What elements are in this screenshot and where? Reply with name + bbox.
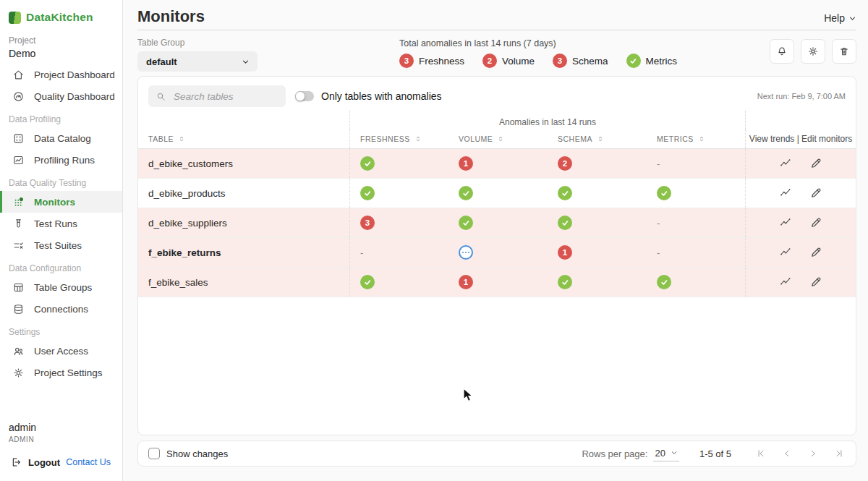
check-ok-badge (558, 186, 572, 200)
edit-monitors-icon[interactable] (809, 187, 822, 200)
view-trends-icon[interactable] (779, 216, 792, 229)
sidebar-item-test-runs[interactable]: Test Runs (0, 213, 122, 234)
sidebar-item-project-settings[interactable]: Project Settings (0, 362, 122, 383)
sidebar-item-project-dashboard[interactable]: Project Dashboard (0, 64, 122, 85)
sidebar-item-profiling-runs[interactable]: Profiling Runs (0, 149, 122, 171)
sort-icon[interactable] (698, 135, 705, 142)
sidebar-item-user-access[interactable]: User Access (0, 340, 122, 362)
edit-monitors-icon[interactable] (809, 157, 822, 170)
cell-schema: 1 (548, 238, 647, 267)
check-ok-badge (626, 54, 641, 68)
sidebar-section-header: Data Configuration (0, 256, 122, 276)
notifications-button[interactable] (770, 39, 794, 64)
sort-icon[interactable] (497, 135, 504, 142)
contact-us-link[interactable]: Contact Us (66, 457, 111, 467)
group-header-row: Anomalies in last 14 runs (138, 111, 856, 129)
view-trends-icon[interactable] (779, 276, 792, 289)
table-row[interactable]: d_ebike_suppliers3- (138, 208, 856, 238)
prev-page-button[interactable] (782, 448, 792, 459)
anomalies-toggle-wrap: Only tables with anomalies (295, 90, 442, 102)
sidebar-item-quality-dashboard[interactable]: Quality Dashboard (0, 85, 122, 107)
trash-icon (838, 46, 850, 57)
column-header-volume[interactable]: VOLUME (448, 129, 548, 148)
monitor-settings-button[interactable] (801, 39, 825, 64)
brand-logo[interactable]: DataKitchen (0, 0, 122, 30)
toggle-label: Only tables with anomalies (321, 90, 442, 102)
column-label: SCHEMA (558, 135, 592, 143)
sort-icon[interactable] (597, 135, 604, 142)
cell-freshness: - (349, 238, 448, 267)
help-label: Help (824, 12, 845, 24)
table-name: d_ebike_suppliers (138, 218, 349, 229)
pending-ellipsis-badge (459, 245, 473, 260)
column-header-metrics[interactable]: METRICS (647, 129, 745, 148)
sidebar: DataKitchen Project Demo Project Dashboa… (0, 0, 123, 481)
cell-metrics (647, 268, 745, 297)
anomalies-only-toggle[interactable] (295, 91, 314, 101)
brand-name: DataKitchen (26, 11, 93, 24)
cell-metrics (647, 179, 745, 208)
sidebar-item-connections[interactable]: Connections (0, 298, 122, 320)
table-group-select[interactable]: default (137, 51, 258, 72)
first-page-button[interactable] (756, 448, 766, 459)
check-ok-badge (657, 186, 671, 200)
summary-badge-volume: 2Volume (482, 54, 535, 68)
cell-schema (548, 179, 647, 208)
column-header-schema[interactable]: SCHEMA (548, 129, 647, 148)
sidebar-item-table-groups[interactable]: Table Groups (0, 276, 122, 298)
view-trends-icon[interactable] (779, 157, 792, 170)
sidebar-section-header: Data Quality Testing (0, 171, 122, 191)
edit-monitors-icon[interactable] (809, 216, 822, 229)
search-input[interactable] (172, 90, 273, 103)
toggle-knob (295, 91, 305, 101)
summary-badge-label: Freshness (419, 56, 464, 67)
cell-volume: 1 (448, 149, 548, 178)
rows-per-page-select[interactable]: 20 (653, 446, 678, 461)
table-row[interactable]: f_ebike_returns-1- (138, 238, 856, 268)
summary-badge-schema: 3Schema (553, 54, 608, 68)
cell-metrics: - (647, 149, 745, 178)
tablegroups-icon (12, 281, 25, 294)
logout-icon (10, 456, 22, 468)
table-name: d_ebike_customers (138, 158, 349, 169)
edit-monitors-icon[interactable] (809, 276, 822, 289)
check-ok-badge (459, 186, 473, 200)
sort-icon[interactable] (178, 135, 185, 142)
pager (756, 448, 844, 459)
card-toolbar: Only tables with anomalies Next run: Feb… (138, 77, 856, 111)
table-row[interactable]: d_ebike_products (138, 179, 856, 208)
search-box[interactable] (148, 85, 286, 107)
show-changes-label: Show changes (166, 448, 228, 459)
table-group-value: default (146, 56, 177, 67)
table-row[interactable]: d_ebike_customers12- (138, 149, 856, 179)
help-menu[interactable]: Help (824, 12, 856, 26)
next-page-button[interactable] (808, 448, 818, 459)
delete-button[interactable] (832, 39, 856, 64)
home-icon (12, 69, 25, 81)
logout-button[interactable]: Logout (10, 456, 60, 468)
column-header-freshness[interactable]: FRESHNESS (349, 129, 448, 148)
sidebar-item-data-catalog[interactable]: Data Catalog (0, 127, 122, 149)
sidebar-item-monitors[interactable]: Monitors (0, 191, 122, 213)
table-footer: Show changes Rows per page: 20 1-5 of 5 (137, 440, 856, 467)
summary-badge-freshness: 3Freshness (399, 54, 464, 68)
no-monitor-dash: - (657, 158, 660, 169)
sidebar-item-label: Quality Dashboard (34, 91, 115, 102)
edit-monitors-icon[interactable] (809, 246, 822, 259)
view-trends-icon[interactable] (779, 187, 792, 200)
row-actions (745, 268, 856, 297)
view-trends-icon[interactable] (779, 246, 792, 259)
sidebar-section-header: Settings (0, 320, 122, 340)
summary-badge-label: Metrics (646, 56, 678, 67)
sidebar-item-test-suites[interactable]: Test Suites (0, 234, 122, 256)
last-page-button[interactable] (834, 448, 844, 459)
cell-volume: 1 (448, 268, 548, 297)
actions-column-header: View trends | Edit monitors (745, 129, 856, 148)
column-label: FRESHNESS (360, 135, 410, 143)
table-row[interactable]: f_ebike_sales1 (138, 268, 856, 297)
column-header-table[interactable]: TABLE (138, 129, 349, 148)
row-actions (745, 179, 856, 208)
show-changes-checkbox[interactable] (148, 448, 160, 459)
sort-icon[interactable] (414, 135, 422, 142)
anomaly-summary: Total anomalies in last 14 runs (7 days)… (399, 35, 677, 68)
